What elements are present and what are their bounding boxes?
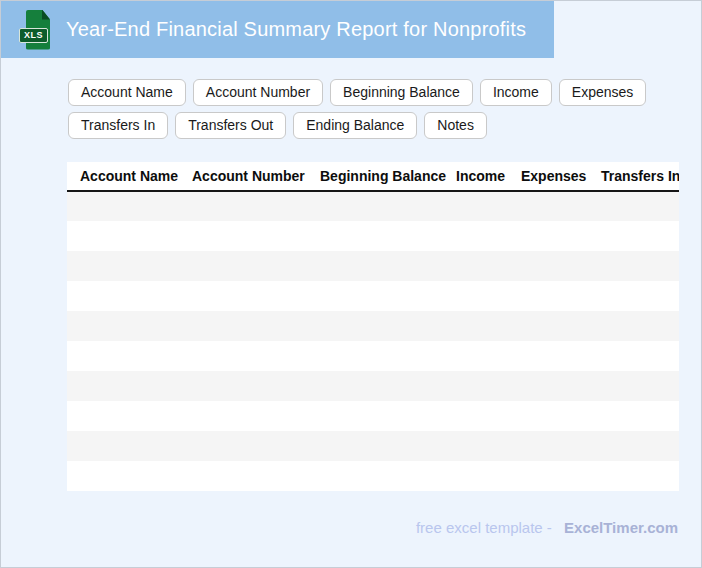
table-header-row: Account NameAccount NumberBeginning Bala… (67, 162, 679, 191)
empty-row-cell (67, 341, 679, 371)
column-chip-3[interactable]: Income (480, 79, 552, 106)
table-row (67, 191, 679, 221)
table-column-header-1: Account Number (179, 162, 307, 191)
column-chip-5[interactable]: Transfers In (68, 112, 168, 139)
table-row (67, 311, 679, 341)
column-chip-0[interactable]: Account Name (68, 79, 186, 106)
empty-row-cell (67, 461, 679, 491)
summary-table: Account NameAccount NumberBeginning Bala… (67, 162, 679, 491)
column-chip-6[interactable]: Transfers Out (175, 112, 286, 139)
column-chip-4[interactable]: Expenses (559, 79, 646, 106)
footer-credit: free excel template - ExcelTimer.com (416, 519, 678, 536)
empty-row-cell (67, 281, 679, 311)
footer-brand-link[interactable]: ExcelTimer.com (564, 519, 678, 536)
column-chip-8[interactable]: Notes (424, 112, 487, 139)
empty-row-cell (67, 311, 679, 341)
table-body (67, 191, 679, 491)
empty-row-cell (67, 401, 679, 431)
table-column-header-2: Beginning Balance (307, 162, 443, 191)
table-row (67, 371, 679, 401)
xls-icon-label: XLS (19, 28, 48, 43)
table-column-header-0: Account Name (67, 162, 179, 191)
empty-row-cell (67, 191, 679, 221)
table-row (67, 281, 679, 311)
column-chip-2[interactable]: Beginning Balance (330, 79, 473, 106)
header-bar: XLS Year-End Financial Summary Report fo… (1, 1, 554, 58)
empty-row-cell (67, 221, 679, 251)
table-row (67, 341, 679, 371)
xls-file-icon: XLS (19, 9, 51, 51)
table-row (67, 251, 679, 281)
column-chip-1[interactable]: Account Number (193, 79, 323, 106)
table-row (67, 221, 679, 251)
table-column-header-4: Expenses (508, 162, 588, 191)
footer-text: free excel template - (416, 519, 552, 536)
empty-row-cell (67, 251, 679, 281)
page: XLS Year-End Financial Summary Report fo… (0, 0, 702, 568)
table-row (67, 461, 679, 491)
table-row (67, 431, 679, 461)
page-title: Year-End Financial Summary Report for No… (66, 18, 526, 41)
table-column-header-3: Income (443, 162, 508, 191)
empty-row-cell (67, 431, 679, 461)
table-row (67, 401, 679, 431)
column-chip-7[interactable]: Ending Balance (293, 112, 417, 139)
empty-row-cell (67, 371, 679, 401)
column-tag-list: Account NameAccount NumberBeginning Bala… (68, 79, 653, 139)
table-column-header-5: Transfers In (588, 162, 679, 191)
summary-table-container: Account NameAccount NumberBeginning Bala… (67, 162, 679, 493)
